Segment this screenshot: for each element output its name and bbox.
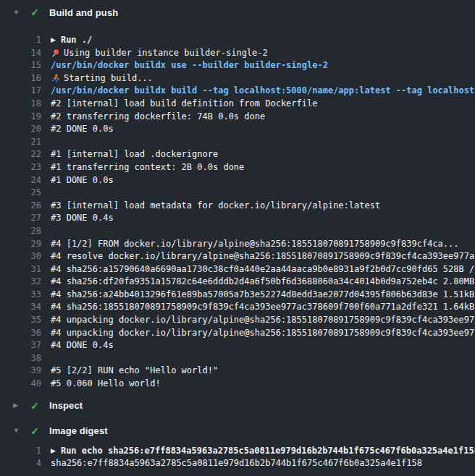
log-text-content: #4 unpacking docker.io/library/alpine@sh… — [51, 314, 475, 327]
log-text: #4 DONE 0.4s — [51, 339, 114, 352]
line-number[interactable]: 4 — [0, 457, 41, 470]
play-icon[interactable]: ▶ — [51, 34, 56, 47]
log-text: ▶Run echo sha256:e7ff8834a5963a2785c5a08… — [51, 445, 475, 458]
log-line: 30#4 resolve docker.io/library/alpine@sh… — [0, 250, 475, 263]
log-line: 14Using builder instance builder-single-… — [0, 47, 475, 60]
log-text-content: #4 [1/2] FROM docker.io/library/alpine@s… — [51, 238, 459, 251]
log-text-content: #2 DONE 0.0s — [51, 123, 114, 136]
section-title: Build and push — [49, 7, 118, 18]
log-line: 23#1 transferring context: 2B 0.0s done — [0, 161, 475, 174]
log-text: #1 transferring context: 2B 0.0s done — [51, 161, 244, 174]
line-number[interactable]: 25 — [0, 187, 41, 200]
log-line: 38 — [0, 352, 475, 365]
log-text-content: #4 sha256:a15790640a6690aa1730c38cf0a440… — [51, 263, 475, 276]
line-number[interactable]: 35 — [0, 314, 41, 327]
workflow-log-viewer: ▼✓Build and push1▶Run ./14Using builder … — [0, 1, 475, 475]
log-text-content: Using builder instance builder-single-2 — [64, 47, 268, 60]
line-number[interactable]: 37 — [0, 339, 41, 352]
line-number[interactable]: 21 — [0, 136, 41, 149]
line-number[interactable]: 40 — [0, 378, 41, 391]
log-text-content: #5 0.060 Hello world! — [51, 378, 161, 391]
log-line: 15/usr/bin/docker buildx use --builder b… — [0, 59, 475, 72]
line-number[interactable]: 1 — [0, 34, 41, 47]
log-text: #4 sha256:a24bb4013296f61e89ba57005a7b3e… — [51, 289, 475, 302]
log-text-content: /usr/bin/docker buildx use --builder bui… — [51, 59, 328, 72]
line-number[interactable]: 1 — [0, 445, 41, 458]
log-line: 1▶Run ./ — [0, 34, 475, 47]
line-number[interactable]: 36 — [0, 327, 41, 340]
log-text: #4 [1/2] FROM docker.io/library/alpine@s… — [51, 238, 459, 251]
section-title: Inspect — [49, 400, 83, 411]
section-header-image-digest[interactable]: ▼✓Image digest — [0, 420, 475, 442]
chevron-right-icon: ▶ — [13, 402, 20, 409]
log-text: /usr/bin/docker buildx use --builder bui… — [51, 59, 328, 72]
line-number[interactable]: 38 — [0, 352, 41, 365]
line-number[interactable]: 24 — [0, 174, 41, 187]
section-inspect: ▶✓Inspect — [0, 395, 475, 417]
log-line: 26#3 [internal] load metadata for docker… — [0, 200, 475, 213]
log-text: #1 DONE 0.0s — [51, 174, 114, 187]
log-line: 27#3 DONE 0.4s — [0, 212, 475, 225]
line-number[interactable]: 23 — [0, 161, 41, 174]
line-number[interactable]: 20 — [0, 123, 41, 136]
line-number[interactable]: 14 — [0, 47, 41, 60]
log-text-content: sha256:e7ff8834a5963a2785c5a0811e979d16b… — [51, 457, 422, 470]
play-icon[interactable]: ▶ — [51, 445, 56, 458]
log-text: #4 resolve docker.io/library/alpine@sha2… — [51, 250, 475, 263]
line-number[interactable]: 39 — [0, 365, 41, 378]
line-number[interactable]: 26 — [0, 200, 41, 213]
log-line: 32#4 sha256:df20fa9351a15782c64e6dddb2d4… — [0, 276, 475, 289]
log-text-content: #4 resolve docker.io/library/alpine@sha2… — [51, 250, 475, 263]
log-body-build-and-push: 1▶Run ./14Using builder instance builder… — [0, 23, 475, 395]
line-number[interactable]: 28 — [0, 225, 41, 238]
log-text: #4 sha256:a15790640a6690aa1730c38cf0a440… — [51, 263, 475, 276]
log-text-content: #2 transferring dockerfile: 74B 0.0s don… — [51, 111, 265, 124]
log-text: #3 DONE 0.4s — [51, 212, 114, 225]
log-text-content: #1 transferring context: 2B 0.0s done — [51, 161, 244, 174]
log-line: 36#4 unpacking docker.io/library/alpine@… — [0, 327, 475, 340]
line-number[interactable]: 29 — [0, 238, 41, 251]
line-number[interactable]: 31 — [0, 263, 41, 276]
log-text-content: #3 [internal] load metadata for docker.i… — [51, 200, 380, 213]
log-line: 20#2 DONE 0.0s — [0, 123, 475, 136]
log-line: 25 — [0, 187, 475, 200]
line-number[interactable]: 22 — [0, 148, 41, 161]
line-number[interactable]: 34 — [0, 301, 41, 314]
log-line: 33#4 sha256:a24bb4013296f61e89ba57005a7b… — [0, 289, 475, 302]
log-text: ▶Run ./ — [51, 34, 92, 47]
runner-icon — [51, 74, 60, 83]
pushpin-icon — [51, 48, 60, 58]
line-number[interactable]: 27 — [0, 212, 41, 225]
log-line: 29#4 [1/2] FROM docker.io/library/alpine… — [0, 238, 475, 251]
log-text: Starting build... — [51, 72, 153, 85]
section-header-build-and-push[interactable]: ▼✓Build and push — [0, 1, 475, 23]
log-text-content: #1 DONE 0.0s — [51, 174, 114, 187]
log-line: 37#4 DONE 0.4s — [0, 339, 475, 352]
log-line: 28 — [0, 225, 475, 238]
log-text: #3 [internal] load metadata for docker.i… — [51, 200, 380, 213]
line-number[interactable]: 16 — [0, 72, 41, 85]
line-number[interactable]: 30 — [0, 250, 41, 263]
line-number[interactable]: 18 — [0, 98, 41, 111]
log-text: #4 sha256:185518070891758909c9f839cf4ca3… — [51, 301, 475, 314]
line-number[interactable]: 17 — [0, 85, 41, 98]
line-number[interactable]: 15 — [0, 59, 41, 72]
log-text-content: #4 sha256:185518070891758909c9f839cf4ca3… — [51, 301, 475, 314]
log-text-content: /usr/bin/docker buildx build --tag local… — [51, 85, 475, 98]
log-line: 18#2 [internal] load build definition fr… — [0, 98, 475, 111]
section-title: Image digest — [49, 425, 108, 436]
line-number[interactable]: 19 — [0, 111, 41, 124]
log-text: sha256:e7ff8834a5963a2785c5a0811e979d16b… — [51, 457, 422, 470]
log-text: /usr/bin/docker buildx build --tag local… — [51, 85, 475, 98]
log-text-content: #4 sha256:a24bb4013296f61e89ba57005a7b3e… — [51, 289, 475, 302]
log-line: 4sha256:e7ff8834a5963a2785c5a0811e979d16… — [0, 457, 475, 470]
line-number[interactable]: 33 — [0, 289, 41, 302]
log-text-content: #4 DONE 0.4s — [51, 339, 114, 352]
check-icon: ✓ — [29, 426, 41, 436]
log-text-content: #3 DONE 0.4s — [51, 212, 114, 225]
log-line: 1▶Run echo sha256:e7ff8834a5963a2785c5a0… — [0, 445, 475, 458]
section-header-inspect[interactable]: ▶✓Inspect — [0, 395, 475, 417]
log-body-image-digest: 1▶Run echo sha256:e7ff8834a5963a2785c5a0… — [0, 442, 475, 475]
log-text-content: Starting build... — [64, 72, 153, 85]
line-number[interactable]: 32 — [0, 276, 41, 289]
